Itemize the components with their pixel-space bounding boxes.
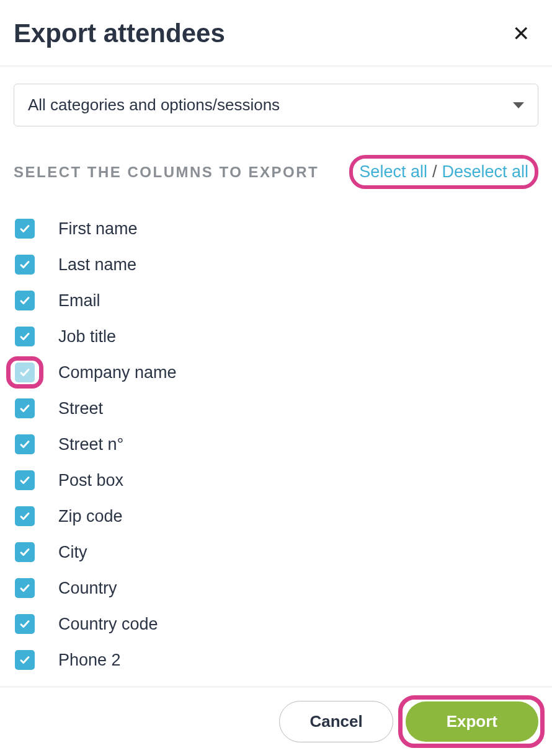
column-checkbox[interactable] <box>15 470 35 490</box>
column-label: Last name <box>58 255 136 275</box>
column-checkbox[interactable] <box>15 578 35 598</box>
close-icon: ✕ <box>512 22 530 45</box>
checkmark-icon <box>19 475 30 486</box>
checkmark-icon <box>19 582 30 594</box>
column-row: City <box>15 542 538 562</box>
close-button[interactable]: ✕ <box>507 20 535 46</box>
checkmark-icon <box>19 295 30 306</box>
export-button-highlight-wrap: Export <box>406 701 538 742</box>
column-label: City <box>58 543 87 562</box>
checkmark-icon <box>19 547 30 558</box>
column-row: Country code <box>15 614 538 634</box>
checkmark-icon <box>19 331 30 342</box>
select-links-highlight-wrap: Select all / Deselect all <box>349 155 538 189</box>
column-label: First name <box>58 219 138 239</box>
column-checkbox[interactable] <box>15 219 35 239</box>
columns-section-header: SELECT THE COLUMNS TO EXPORT Select all … <box>14 155 538 189</box>
modal-header: Export attendees ✕ <box>0 0 552 66</box>
column-checkbox[interactable] <box>15 291 35 310</box>
checkmark-icon <box>19 367 30 378</box>
columns-checkbox-list: First nameLast nameEmailJob titleCompany… <box>14 219 538 670</box>
column-label: Street n° <box>58 435 123 454</box>
column-label: Company name <box>58 363 177 382</box>
column-checkbox[interactable] <box>15 506 35 526</box>
column-checkbox[interactable] <box>15 542 35 562</box>
column-checkbox[interactable] <box>15 363 35 382</box>
cancel-button[interactable]: Cancel <box>279 701 393 742</box>
checkmark-icon <box>19 223 30 234</box>
links-divider: / <box>432 162 437 182</box>
column-checkbox[interactable] <box>15 255 35 275</box>
column-row: Job title <box>15 327 538 346</box>
export-button[interactable]: Export <box>406 701 538 742</box>
column-row: Last name <box>15 255 538 275</box>
select-all-link[interactable]: Select all <box>359 162 427 182</box>
column-row: Email <box>15 291 538 310</box>
column-row: Country <box>15 578 538 598</box>
column-checkbox[interactable] <box>15 650 35 670</box>
column-row: Post box <box>15 470 538 490</box>
select-links-box: Select all / Deselect all <box>349 155 538 189</box>
page-title: Export attendees <box>14 19 225 48</box>
category-dropdown[interactable]: All categories and options/sessions <box>14 84 538 126</box>
column-label: Zip code <box>58 507 123 526</box>
column-row: Phone 2 <box>15 650 538 670</box>
checkmark-icon <box>19 439 30 450</box>
column-label: Country <box>58 579 117 598</box>
section-label: SELECT THE COLUMNS TO EXPORT <box>14 164 319 181</box>
column-label: Phone 2 <box>58 651 121 670</box>
column-row: Street n° <box>15 434 538 454</box>
column-label: Country code <box>58 615 158 634</box>
column-checkbox[interactable] <box>15 434 35 454</box>
column-label: Post box <box>58 471 123 490</box>
column-label: Job title <box>58 327 116 346</box>
column-label: Email <box>58 291 100 310</box>
column-label: Street <box>58 399 103 418</box>
column-row: First name <box>15 219 538 239</box>
checkmark-icon <box>19 654 30 666</box>
column-checkbox[interactable] <box>15 398 35 418</box>
checkmark-icon <box>19 618 30 630</box>
checkmark-icon <box>19 259 30 270</box>
column-row: Street <box>15 398 538 418</box>
column-checkbox[interactable] <box>15 327 35 346</box>
checkmark-icon <box>19 403 30 414</box>
modal-footer: Cancel Export <box>0 687 552 756</box>
dropdown-selected-value: All categories and options/sessions <box>28 95 280 115</box>
column-row: Zip code <box>15 506 538 526</box>
modal-content: All categories and options/sessions SELE… <box>0 66 552 670</box>
chevron-down-icon <box>513 102 524 108</box>
deselect-all-link[interactable]: Deselect all <box>442 162 528 182</box>
checkmark-icon <box>19 511 30 522</box>
column-checkbox[interactable] <box>15 614 35 634</box>
column-row: Company name <box>15 363 538 382</box>
